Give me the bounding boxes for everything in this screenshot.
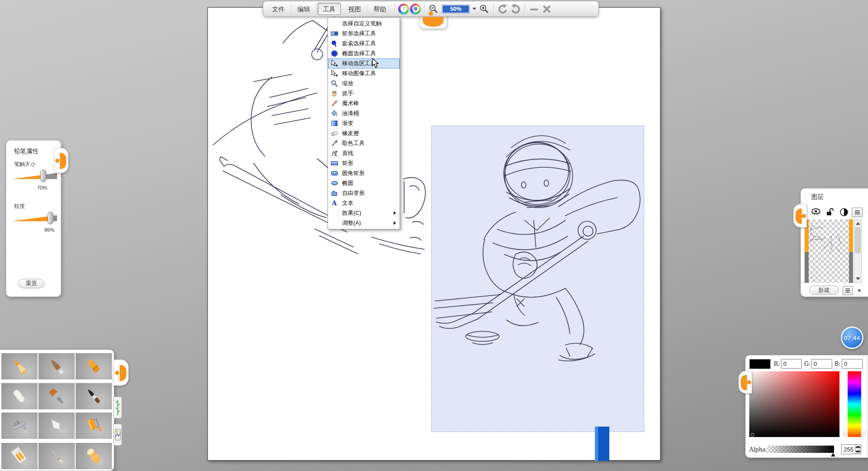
texture-image-icon[interactable] (113, 424, 122, 446)
new-layer-button[interactable]: 新建 (809, 286, 839, 295)
brush-tool-paint-tube[interactable] (1, 443, 38, 469)
softness-label: 软度 (14, 203, 25, 210)
menu-item-魔术棒[interactable]: 魔术棒 (328, 98, 400, 108)
menu-item-label: 矩形选择工具 (342, 30, 376, 38)
menu-item-调整(A)[interactable]: 调整(A) (328, 218, 400, 228)
zoom-level-field: 50% (442, 5, 470, 14)
brush-size-slider[interactable] (12, 172, 57, 179)
menu-item-套索选择工具[interactable]: 套索选择工具 (328, 39, 400, 49)
menu-item-缩放[interactable]: 缩放 (328, 78, 400, 88)
reset-button[interactable]: 重置 (18, 279, 44, 288)
menu-item-圆角矩形[interactable]: 圆角矩形 (328, 168, 400, 178)
selection-region[interactable] (431, 126, 644, 432)
b-input[interactable]: 0 (842, 359, 863, 369)
redo-icon[interactable] (510, 3, 521, 15)
menu-view[interactable]: 视图 (343, 3, 366, 15)
brush-tool-paint-roller[interactable] (76, 413, 112, 439)
menu-item-文本[interactable]: A文本 (328, 198, 400, 208)
r-input[interactable]: 0 (781, 359, 802, 369)
layers-scrollbar[interactable] (854, 219, 862, 283)
eye-icon[interactable] (810, 208, 821, 218)
layers-panel-grip[interactable] (793, 204, 807, 228)
pencil-panel-grip[interactable] (54, 148, 68, 173)
brush-tool-pencil[interactable] (1, 353, 38, 379)
text-icon: A (329, 199, 339, 207)
divider (424, 4, 424, 15)
menu-item-矩形[interactable]: 矩形 (328, 158, 400, 168)
chevron-down-icon[interactable] (858, 290, 861, 292)
menu-item-抓手[interactable]: 抓手 (328, 88, 400, 98)
close-icon[interactable] (541, 3, 553, 15)
menu-item-渐变[interactable]: 渐变 (328, 118, 400, 128)
brush-tool-crayon[interactable] (76, 353, 112, 379)
brush-size-label: 笔触大小 (14, 160, 36, 168)
alpha-spinner[interactable] (855, 445, 861, 454)
brush-tool-ink-brush[interactable] (39, 353, 75, 379)
menu-item-取色工具[interactable]: 取色工具 (328, 138, 400, 148)
globe-rainbow-icon[interactable]: ⊕ (410, 4, 421, 15)
menu-item-label: 椭圆 (342, 180, 353, 187)
unlock-icon[interactable] (825, 208, 834, 219)
pencil-icon (9, 355, 30, 377)
bamboo-brush-icon[interactable] (113, 397, 122, 418)
menu-item-椭圆选择工具[interactable]: 椭圆选择工具 (328, 49, 400, 58)
layer-menu-icon[interactable] (852, 208, 863, 217)
brush-tool-eraser-stick[interactable] (76, 443, 112, 469)
brush-tool-sumi-brush[interactable] (76, 383, 112, 409)
minimize-icon[interactable] (528, 3, 540, 15)
menu-item-移动选区工具[interactable]: 移动选区工具 (328, 58, 400, 68)
alpha-slider[interactable] (767, 446, 834, 453)
hue-marker-right[interactable] (862, 432, 865, 436)
brush-tool-flat-brush[interactable] (39, 383, 75, 409)
menu-item-矩形选择工具[interactable]: 矩形选择工具 (328, 29, 400, 39)
menu-item-label: 抓手 (342, 90, 353, 97)
contrast-icon[interactable] (839, 208, 849, 219)
menu-item-选择自定义笔触[interactable]: 选择自定义笔触 (328, 19, 400, 29)
color-panel-grip[interactable] (738, 371, 752, 393)
hue-marker-left[interactable] (844, 432, 847, 436)
alpha-value-box[interactable]: 255 (841, 444, 861, 454)
zoom-level-combo[interactable]: 50% (442, 5, 476, 14)
menu-file[interactable]: 文件 (267, 3, 290, 15)
menu-help[interactable]: 帮助 (368, 3, 391, 15)
crayon-icon (83, 355, 105, 377)
menu-item-label: 移动图像工具 (342, 70, 376, 78)
menu-item-label: 油漆桶 (342, 110, 359, 117)
menu-item-椭圆[interactable]: 椭圆 (328, 178, 400, 188)
menu-item-直线[interactable]: 直线 (328, 148, 400, 158)
alpha-marker[interactable] (831, 453, 835, 456)
palette-grip[interactable] (113, 359, 129, 386)
brush-tool-chalk[interactable] (1, 383, 38, 409)
brush-tool-airbrush[interactable] (1, 413, 38, 439)
softness-thumb[interactable] (48, 212, 53, 224)
undo-icon[interactable] (497, 3, 509, 15)
menu-item-移动图像工具[interactable]: 移动图像工具 (328, 68, 400, 78)
menu-item-效果(C)[interactable]: 效果(C) (328, 208, 400, 218)
menu-item-label: 矩形 (342, 160, 353, 167)
layer-thumbnail[interactable] (805, 219, 853, 283)
rect-select-icon (329, 29, 339, 38)
menu-item-油漆桶[interactable]: 油漆桶 (328, 108, 400, 118)
hue-slider[interactable] (848, 371, 861, 437)
paint-bucket-icon (329, 109, 339, 117)
menu-item-橡皮擦[interactable]: 橡皮擦 (328, 128, 400, 138)
panel-title: 图层 (811, 193, 824, 201)
menu-item-自由变形[interactable]: 自由变形 (328, 188, 400, 198)
menu-item-label: 渐变 (342, 120, 353, 127)
ink-brush-icon (46, 355, 68, 377)
menu-tools[interactable]: 工具 (318, 3, 341, 15)
g-input[interactable]: 0 (811, 359, 832, 369)
clock-widget[interactable]: 07:44 (841, 326, 863, 349)
chevron-down-icon[interactable] (473, 8, 476, 10)
brush-size-thumb[interactable] (40, 170, 46, 182)
up-arrow-rainbow-icon[interactable]: ↑ (398, 4, 409, 15)
sv-marker (751, 433, 754, 437)
eraser-icon (329, 129, 339, 137)
zoom-in-icon[interactable] (478, 3, 490, 15)
brush-tool-liner-brush[interactable] (39, 443, 75, 469)
brush-tool-palette-knife[interactable] (39, 413, 75, 439)
saturation-value-field[interactable] (749, 371, 839, 437)
current-color-swatch (749, 359, 771, 369)
menu-edit[interactable]: 编辑 (292, 3, 315, 15)
layer-list-menu-icon[interactable] (843, 286, 853, 295)
